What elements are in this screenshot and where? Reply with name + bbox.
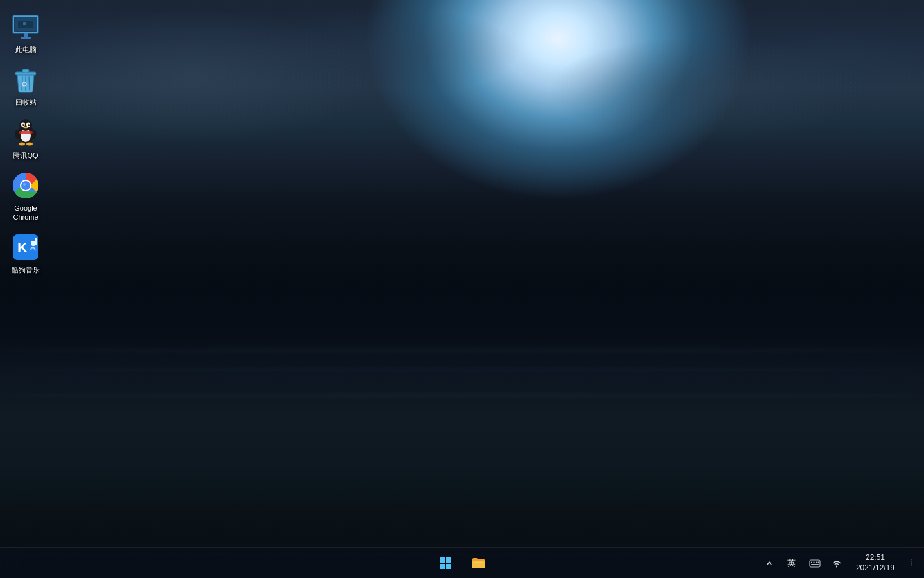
- svg-point-25: [14, 130, 20, 139]
- clock-area[interactable]: 22:51 2021/12/19: [850, 548, 901, 579]
- svg-rect-40: [446, 564, 451, 569]
- svg-rect-41: [474, 562, 483, 563]
- svg-rect-39: [440, 564, 445, 569]
- svg-rect-0: [13, 15, 38, 33]
- notification-panel-icon: [909, 558, 914, 568]
- svg-point-13: [17, 125, 34, 144]
- input-method-indicator[interactable]: [806, 548, 824, 579]
- folder-icon: [472, 557, 486, 570]
- svg-rect-37: [440, 557, 445, 563]
- svg-rect-5: [18, 21, 33, 28]
- svg-point-17: [26, 122, 30, 127]
- svg-point-16: [21, 122, 25, 127]
- svg-rect-33: [13, 234, 38, 260]
- svg-line-7: [22, 77, 22, 90]
- svg-point-15: [19, 119, 32, 131]
- svg-point-21: [28, 124, 30, 125]
- svg-rect-32: [13, 234, 38, 260]
- chevron-up-icon: [767, 559, 772, 567]
- svg-rect-11: [22, 69, 29, 73]
- qq-icon: [10, 118, 41, 148]
- svg-point-30: [21, 181, 30, 190]
- svg-point-19: [28, 123, 30, 126]
- qq-label: 腾讯QQ: [13, 151, 38, 160]
- svg-rect-2: [15, 17, 37, 31]
- svg-point-28: [13, 173, 38, 198]
- svg-rect-44: [813, 561, 814, 563]
- start-button[interactable]: [430, 548, 461, 579]
- desktop-icon-google-chrome[interactable]: Google Chrome: [0, 165, 51, 227]
- clock-date: 2021/12/19: [856, 563, 894, 574]
- svg-point-26: [31, 130, 37, 139]
- show-hidden-icons-button[interactable]: [762, 548, 777, 579]
- svg-point-35: [31, 241, 36, 246]
- language-text: 英: [787, 557, 796, 569]
- svg-rect-47: [811, 564, 819, 565]
- keyboard-icon: [809, 557, 821, 569]
- kuwo-icon: K: [10, 232, 41, 263]
- svg-rect-6: [23, 22, 26, 25]
- svg-point-31: [23, 183, 26, 186]
- svg-rect-45: [816, 561, 817, 563]
- kuwo-label: 酷狗音乐: [12, 265, 40, 274]
- clock-time: 22:51: [866, 553, 885, 563]
- svg-line-9: [29, 77, 30, 90]
- recycle-bin-label: 回收站: [15, 98, 37, 107]
- windows-logo-icon: [440, 557, 451, 569]
- svg-rect-42: [810, 560, 820, 567]
- svg-point-20: [23, 124, 24, 125]
- network-icon-button[interactable]: [829, 548, 844, 579]
- svg-rect-43: [811, 561, 812, 563]
- svg-rect-3: [24, 33, 28, 37]
- recycle-bin-icon: ♻: [10, 64, 41, 95]
- svg-rect-1: [14, 17, 37, 32]
- svg-point-23: [19, 142, 25, 145]
- svg-point-22: [24, 126, 28, 128]
- notification-button[interactable]: [906, 548, 916, 579]
- svg-rect-46: [817, 561, 819, 563]
- chrome-label: Google Chrome: [3, 204, 49, 222]
- monitor-icon: [10, 12, 41, 42]
- file-explorer-button[interactable]: [463, 548, 494, 579]
- svg-rect-27: [19, 131, 33, 134]
- svg-rect-4: [21, 37, 31, 39]
- desktop-icon-recycle-bin[interactable]: ♻ 回收站: [0, 59, 51, 112]
- desktop-icon-this-pc[interactable]: 此电脑: [0, 6, 51, 59]
- chrome-icon: [10, 170, 41, 201]
- svg-point-24: [26, 142, 33, 145]
- taskbar-right: 英: [762, 548, 924, 578]
- svg-point-14: [21, 129, 31, 142]
- taskbar-center: [430, 548, 494, 579]
- desktop-icons: 此电脑 ♻ 回收站: [0, 0, 51, 578]
- taskbar: 英: [0, 547, 924, 578]
- svg-rect-36: [35, 238, 37, 245]
- svg-point-29: [20, 180, 31, 191]
- svg-rect-10: [15, 72, 36, 75]
- language-indicator[interactable]: 英: [782, 548, 801, 579]
- network-icon: [832, 558, 842, 568]
- svg-point-48: [836, 566, 837, 567]
- svg-text:K: K: [17, 240, 28, 256]
- desktop-icon-kuwo-music[interactable]: K 酷狗音乐: [0, 227, 51, 279]
- svg-text:♻: ♻: [21, 80, 28, 88]
- svg-rect-38: [446, 557, 451, 563]
- this-pc-label: 此电脑: [15, 45, 37, 54]
- svg-point-18: [22, 123, 25, 126]
- desktop-icon-tencent-qq[interactable]: 腾讯QQ: [0, 112, 51, 165]
- desktop: 此电脑 ♻ 回收站: [0, 0, 924, 578]
